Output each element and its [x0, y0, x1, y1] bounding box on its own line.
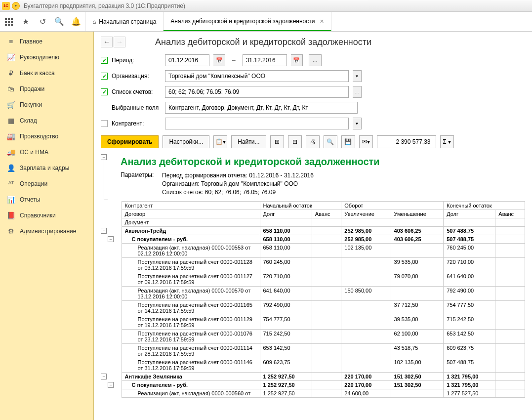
- table-row[interactable]: Поступление на расчетный счет 0000-00112…: [101, 272, 525, 287]
- sidebar-item[interactable]: 📈Руководителю: [0, 49, 93, 65]
- close-icon[interactable]: ×: [320, 17, 324, 25]
- back-button[interactable]: ←: [101, 37, 113, 47]
- nav-icon: 📕: [7, 211, 15, 219]
- table-row[interactable]: −Антикафе Земляника1 252 927,50220 170,0…: [101, 373, 525, 381]
- contragent-checkbox[interactable]: [101, 120, 108, 127]
- table-row[interactable]: −С покупателем - руб.1 252 927,50220 170…: [101, 381, 525, 389]
- table-row[interactable]: Поступление на расчетный счет 0000-00107…: [101, 330, 525, 344]
- expand-button[interactable]: ⊞: [270, 135, 284, 148]
- dropdown-icon[interactable]: ▼: [353, 70, 362, 82]
- sidebar-item[interactable]: ᴬᵀОперации: [0, 176, 93, 192]
- nav-icon: 🛍: [7, 85, 15, 93]
- table-row[interactable]: Реализация (акт, накладная) 0000-000553 …: [101, 244, 525, 258]
- preview-button[interactable]: 🔍: [324, 135, 337, 148]
- sidebar-item[interactable]: ≡Главное: [0, 34, 93, 49]
- forward-button[interactable]: →: [114, 37, 125, 47]
- page-title: Анализ дебиторской и кредиторской задолж…: [155, 37, 371, 47]
- org-input[interactable]: [165, 70, 349, 82]
- nav-icon: 🏭: [7, 132, 15, 140]
- collapse-toggle[interactable]: −: [101, 154, 107, 160]
- sidebar-item[interactable]: 🛒Покупки: [0, 97, 93, 113]
- tab-report-label: Анализ дебиторской и кредиторской задолж…: [170, 18, 315, 25]
- nav-icon: ⚙: [7, 227, 15, 235]
- form-button[interactable]: Сформировать: [101, 135, 159, 148]
- table-row[interactable]: Реализация (акт, накладная) 0000-000570 …: [101, 287, 525, 301]
- collapse-button[interactable]: ⊟: [288, 135, 302, 148]
- params-label: Параметры:: [121, 171, 155, 196]
- table-row[interactable]: Поступление на расчетный счет 0000-00112…: [101, 258, 525, 272]
- col-group-start: Начальный остаток: [260, 202, 341, 210]
- nav-icon: ≡: [7, 38, 15, 45]
- sidebar-item[interactable]: 🛍Продажи: [0, 81, 93, 97]
- apps-icon[interactable]: [4, 17, 14, 27]
- tree-gutter: −: [101, 152, 121, 201]
- tab-home[interactable]: ⌂ Начальная страница: [85, 12, 164, 31]
- sidebar-item[interactable]: ▦Склад: [0, 113, 93, 128]
- nav-icon: 🛒: [7, 101, 15, 109]
- sidebar-item[interactable]: 👤Зарплата и кадры: [0, 160, 93, 176]
- email-button[interactable]: ✉▾: [359, 135, 373, 148]
- period-checkbox[interactable]: ✓: [101, 57, 108, 64]
- sidebar-item[interactable]: ₽Банк и касса: [0, 65, 93, 81]
- collapse-toggle[interactable]: −: [108, 382, 114, 388]
- accounts-select-button[interactable]: …: [353, 86, 362, 98]
- settings-button[interactable]: Настройки...: [163, 135, 209, 148]
- period-select-button[interactable]: ...: [309, 54, 322, 66]
- star-icon[interactable]: ★: [21, 17, 31, 27]
- nav-icon: ▦: [7, 117, 15, 125]
- save-button[interactable]: 💾: [341, 135, 355, 148]
- find-button[interactable]: Найти...: [231, 135, 266, 148]
- fields-label: Выбранные поля: [112, 104, 161, 111]
- accounts-input[interactable]: [165, 86, 349, 98]
- search-icon[interactable]: 🔍: [54, 17, 64, 27]
- sidebar: ≡Главное📈Руководителю₽Банк и касса🛍Прода…: [0, 32, 94, 420]
- collapse-toggle[interactable]: −: [101, 228, 107, 234]
- table-row[interactable]: Поступление на расчетный счет 0000-00112…: [101, 315, 525, 330]
- nav-label: Отчеты: [20, 196, 40, 203]
- table-row[interactable]: −С покупателем - руб.658 110,00252 985,0…: [101, 235, 525, 244]
- sidebar-item[interactable]: 📊Отчеты: [0, 192, 93, 208]
- sidebar-item[interactable]: ⚙Администрирование: [0, 223, 93, 239]
- collapse-toggle[interactable]: −: [101, 374, 107, 379]
- date-from-input[interactable]: [165, 54, 209, 66]
- sidebar-item[interactable]: 🏭Производство: [0, 128, 93, 144]
- contragent-label: Контрагент:: [112, 120, 161, 127]
- nav-label: ОС и НМА: [20, 149, 48, 156]
- nav-label: Главное: [20, 38, 42, 45]
- window-title: Бухгалтерия предприятия, редакция 3.0 (1…: [24, 2, 185, 9]
- nav-icon: 📊: [7, 196, 15, 204]
- nav-icon: ᴬᵀ: [7, 180, 15, 188]
- tab-report[interactable]: Анализ дебиторской и кредиторской задолж…: [164, 12, 331, 31]
- app-menu-button[interactable]: ▼: [12, 2, 20, 10]
- bell-icon[interactable]: 🔔: [71, 17, 81, 27]
- sigma-button[interactable]: Σ ▾: [440, 135, 454, 148]
- nav-label: Справочники: [20, 212, 56, 219]
- fields-input[interactable]: [165, 102, 358, 114]
- table-row[interactable]: Поступление на расчетный счет 0000-00111…: [101, 344, 525, 358]
- sidebar-item[interactable]: 📕Справочники: [0, 208, 93, 223]
- table-row[interactable]: Поступление на расчетный счет 0000-00116…: [101, 301, 525, 315]
- nav-label: Покупки: [20, 101, 42, 108]
- table-row[interactable]: Реализация (акт, накладная) 0000-000560 …: [101, 389, 525, 398]
- copy-button[interactable]: 📋▾: [213, 135, 227, 148]
- calendar-icon[interactable]: 📅: [291, 54, 303, 66]
- table-row[interactable]: −Аквилон-Трейд658 110,00252 985,00403 60…: [101, 227, 525, 235]
- report-title: Анализ дебиторской и кредиторской задолж…: [121, 156, 525, 168]
- table-row[interactable]: Поступление на расчетный счет 0000-00114…: [101, 358, 525, 373]
- nav-icon: 🚚: [7, 148, 15, 156]
- sidebar-item[interactable]: 🚚ОС и НМА: [0, 144, 93, 160]
- history-icon[interactable]: ↺: [38, 17, 47, 27]
- dropdown-icon[interactable]: ▼: [353, 118, 362, 129]
- logo-1c: 1C: [2, 2, 10, 10]
- org-checkbox[interactable]: ✓: [101, 73, 108, 80]
- date-to-input[interactable]: [243, 54, 287, 66]
- params-text: Период формирования отчета: 01.12.2016 -…: [162, 171, 314, 196]
- period-label: Период:: [112, 57, 161, 64]
- nav-icon: 📈: [7, 53, 15, 61]
- collapse-toggle[interactable]: −: [108, 236, 114, 242]
- contragent-input[interactable]: [165, 118, 349, 129]
- nav-label: Руководителю: [20, 54, 59, 61]
- accounts-checkbox[interactable]: ✓: [101, 88, 108, 95]
- calendar-icon[interactable]: 📅: [213, 54, 225, 66]
- print-button[interactable]: 🖨: [306, 135, 320, 148]
